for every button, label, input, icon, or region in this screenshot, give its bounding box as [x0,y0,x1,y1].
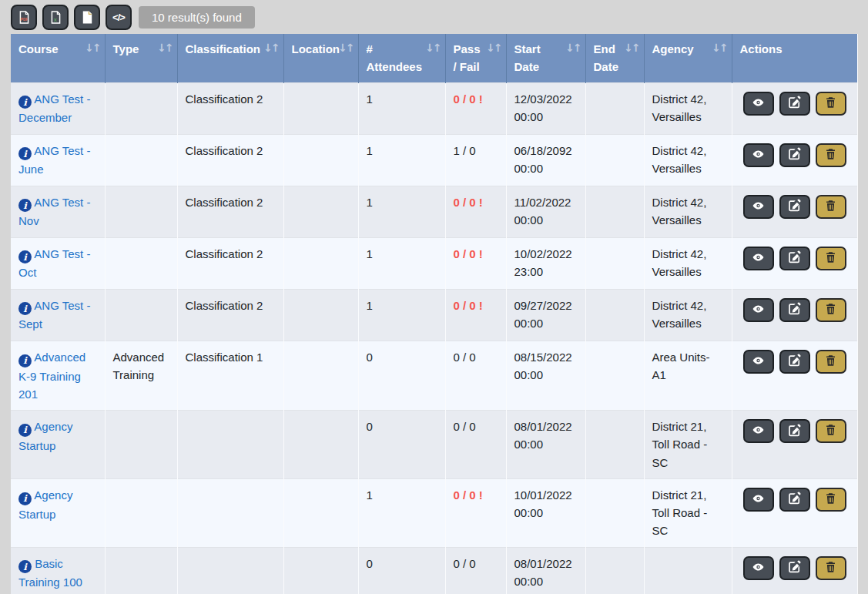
cell-type [105,82,177,134]
cell-start-date: 06/18/2092 00:00 [506,134,585,186]
cell-classification: Classification 2 [177,134,283,186]
info-icon[interactable]: i [18,354,32,367]
svg-text:x: x [53,16,57,23]
info-icon[interactable]: i [18,560,32,573]
cell-agency: District 42, Versailles [644,186,732,237]
info-icon[interactable]: i [18,302,32,315]
view-button[interactable] [743,143,774,167]
view-button[interactable] [743,350,774,374]
cell-classification: Classification 2 [177,289,283,341]
eye-icon [751,492,766,507]
view-button[interactable] [743,195,774,219]
cell-classification: Classification 2 [177,82,283,134]
column-label: # Attendees [367,42,423,73]
column-header-actions: Actions [732,34,857,82]
view-button[interactable] [743,298,774,322]
eye-icon [751,96,766,111]
edit-button[interactable] [779,143,810,167]
view-button[interactable] [743,556,774,580]
cell-course: i Advanced K-9 Training 201 [11,341,105,410]
info-icon[interactable]: i [18,250,32,263]
delete-button[interactable] [816,556,846,580]
edit-icon [788,302,801,317]
cell-location [283,186,358,237]
cell-end-date [585,237,644,289]
export-pdf-button[interactable]: PDF [11,5,37,30]
column-label: Classification [186,42,261,55]
info-icon[interactable]: i [18,147,32,160]
delete-button[interactable] [816,247,846,270]
cell-end-date [585,134,644,186]
info-icon[interactable]: i [18,199,32,212]
export-file-button[interactable] [74,5,100,30]
column-header-course[interactable]: Course↓↑ [11,34,105,82]
info-icon[interactable]: i [18,96,32,109]
sort-icon: ↓↑ [263,40,278,57]
table-row: i Agency Startup10 / 0 !10/01/2022 00:00… [11,478,857,547]
cell-pass-fail: 0 / 0 ! [445,186,506,237]
sort-icon: ↓↑ [565,40,580,57]
info-icon[interactable]: i [18,492,32,505]
delete-button[interactable] [816,488,846,512]
column-header-agency[interactable]: Agency↓↑ [644,34,732,82]
cell-end-date [585,289,644,341]
results-table: Course↓↑Type↓↑Classification↓↑Location↓↑… [11,34,858,594]
trash-icon [825,200,836,214]
cell-start-date: 09/27/2022 00:00 [506,289,585,341]
column-label: Actions [740,42,783,55]
delete-button[interactable] [816,92,846,116]
pass-fail-value: 0 / 0 ! [454,488,483,502]
cell-pass-fail: 0 / 0 [445,411,506,479]
edit-button[interactable] [779,488,810,512]
edit-button[interactable] [779,350,810,374]
column-header-attendees[interactable]: # Attendees↓↑ [358,34,445,82]
trash-icon [825,492,836,507]
pass-fail-value: 0 / 0 ! [454,299,483,312]
edit-button[interactable] [779,419,810,443]
eye-icon [751,303,766,317]
cell-type [105,411,177,479]
pass-fail-value: 0 / 0 [454,420,476,433]
column-header-type[interactable]: Type↓↑ [105,34,177,82]
cell-pass-fail: 1 / 0 [445,134,506,186]
cell-start-date: 10/01/2022 00:00 [506,478,585,547]
column-header-classification[interactable]: Classification↓↑ [177,34,283,82]
cell-attendees: 1 [358,237,445,289]
eye-icon [751,424,766,438]
column-header-end-date[interactable]: End Date↓↑ [585,34,644,82]
cell-agency: Area Units-A1 [644,341,732,410]
column-header-pass-fail[interactable]: Pass / Fail↓↑ [445,34,506,82]
view-button[interactable] [743,92,774,116]
delete-button[interactable] [816,143,846,167]
export-code-button[interactable]: </> [106,5,132,30]
course-table-body: i ANG Test - DecemberClassification 210 … [11,82,857,594]
trash-icon [825,424,836,438]
cell-course: i ANG Test - Oct [11,237,105,289]
sort-icon: ↓↑ [85,40,99,57]
delete-button[interactable] [816,195,846,219]
sort-icon: ↓↑ [486,40,501,57]
view-button[interactable] [743,488,774,512]
cell-pass-fail: 0 / 0 ! [445,237,506,289]
cell-agency: District 21, Toll Road - SC [644,411,732,479]
info-icon[interactable]: i [18,424,32,437]
delete-button[interactable] [816,419,846,443]
cell-type [105,237,177,289]
column-header-start-date[interactable]: Start Date↓↑ [506,34,585,82]
eye-icon [751,561,766,576]
edit-button[interactable] [779,298,810,322]
delete-button[interactable] [816,350,846,374]
export-excel-button[interactable]: x [42,5,69,30]
edit-button[interactable] [779,195,810,219]
cell-type [105,478,177,547]
edit-button[interactable] [779,92,810,116]
edit-button[interactable] [779,556,810,580]
cell-type [105,134,177,186]
cell-actions [732,289,857,341]
view-button[interactable] [743,419,774,443]
column-header-location[interactable]: Location↓↑ [283,34,358,82]
cell-course: i Basic Training 100 [11,547,105,594]
delete-button[interactable] [816,298,846,322]
edit-button[interactable] [779,247,810,270]
view-button[interactable] [743,247,774,270]
